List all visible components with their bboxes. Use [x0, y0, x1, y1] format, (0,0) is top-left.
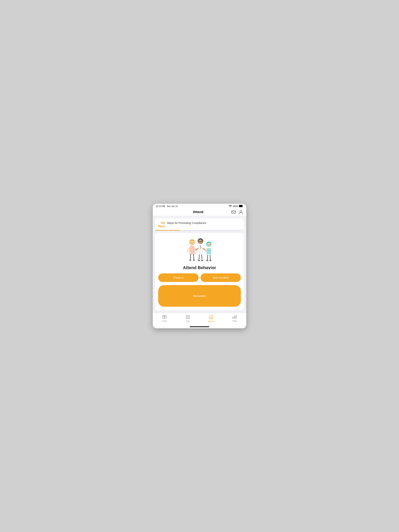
device-frame: 10:12 PM Sun Jun 14 100%: [153, 204, 246, 328]
svg-point-24: [200, 241, 200, 241]
up-next-content: Up Next Steps for Promoting Compliance: [158, 221, 241, 230]
learn-icon: [162, 315, 167, 320]
tab-track[interactable]: Track: [223, 314, 246, 323]
svg-point-12: [193, 251, 194, 252]
tab-bar: Learn Plan Attend: [153, 313, 246, 325]
svg-point-7: [193, 242, 193, 243]
reminders-button[interactable]: Reminders: [158, 285, 241, 307]
status-icons: 100%: [229, 205, 243, 208]
svg-point-9: [192, 247, 193, 248]
svg-rect-59: [188, 317, 190, 319]
tab-plan[interactable]: Plan: [176, 314, 200, 323]
nav-bar: Attend: [153, 208, 246, 216]
svg-line-32: [203, 248, 206, 250]
nav-icons: [231, 209, 243, 215]
svg-line-17: [187, 248, 189, 251]
up-next-title: Steps for Promoting Compliance: [167, 221, 241, 225]
primary-buttons-row: Check In New Incident: [158, 273, 241, 282]
svg-rect-1: [239, 205, 242, 207]
tab-track-label: Track: [232, 320, 237, 322]
attend-behavior-title: Attend Behavior: [183, 265, 216, 270]
check-in-button[interactable]: Check In: [158, 273, 199, 282]
svg-point-11: [191, 250, 192, 251]
svg-point-16: [193, 260, 195, 261]
mail-button[interactable]: [231, 210, 236, 214]
status-bar: 10:12 PM Sun Jun 14 100%: [153, 204, 246, 208]
wifi-icon: [229, 205, 232, 208]
svg-point-6: [191, 242, 192, 243]
up-next-progress-fill: [155, 230, 180, 231]
svg-point-10: [193, 249, 194, 250]
tab-plan-label: Plan: [186, 320, 190, 323]
svg-line-13: [190, 254, 191, 260]
nav-title: Attend: [165, 210, 231, 214]
up-next-progress-bar: [155, 230, 244, 231]
svg-point-45: [206, 260, 208, 261]
svg-point-5: [190, 241, 194, 245]
svg-line-28: [199, 255, 199, 260]
family-illustration: [184, 237, 215, 262]
status-time-date: 10:12 PM Sun Jun 14: [156, 205, 178, 207]
attend-section: Attend Behavior Check In New Incident Re…: [155, 233, 244, 310]
status-date: Sun Jun 14: [167, 205, 178, 207]
svg-point-15: [189, 260, 191, 261]
svg-point-3: [240, 210, 242, 212]
up-text: Up: [161, 221, 165, 225]
svg-point-35: [207, 243, 211, 247]
attend-home-icon: [209, 315, 213, 320]
up-next-label: Up Next: [158, 221, 165, 228]
new-incident-button[interactable]: New Incident: [200, 273, 241, 282]
profile-button[interactable]: [238, 209, 243, 215]
svg-point-25: [201, 241, 201, 241]
svg-rect-48: [162, 315, 164, 318]
svg-rect-56: [186, 315, 187, 317]
svg-point-30: [198, 260, 200, 261]
up-next-card: Up Next Steps for Promoting Compliance: [155, 218, 244, 231]
home-indicator: [190, 326, 209, 327]
svg-line-29: [202, 255, 202, 260]
svg-line-44: [210, 255, 210, 260]
tab-learn-label: Learn: [162, 320, 167, 322]
svg-rect-61: [234, 316, 235, 319]
svg-rect-57: [188, 315, 190, 317]
svg-point-37: [209, 244, 210, 245]
plan-icon: [186, 315, 190, 320]
svg-point-46: [209, 260, 211, 261]
status-time: 10:12 PM: [156, 205, 165, 207]
svg-point-8: [191, 248, 192, 249]
tab-learn[interactable]: Learn: [153, 314, 176, 323]
next-text: Next: [158, 225, 165, 228]
tab-attend-label: Attend: [208, 320, 214, 323]
battery-percent: 100%: [233, 205, 238, 207]
svg-rect-58: [186, 317, 187, 319]
svg-line-14: [193, 254, 194, 260]
main-content: Up Next Steps for Promoting Compliance: [153, 216, 246, 313]
svg-rect-60: [233, 317, 233, 319]
tab-attend[interactable]: Attend: [200, 314, 223, 323]
svg-point-36: [208, 244, 208, 245]
svg-rect-2: [232, 211, 236, 213]
svg-rect-62: [236, 315, 237, 319]
track-icon: [232, 315, 237, 320]
svg-point-31: [201, 260, 203, 261]
svg-line-43: [207, 255, 208, 260]
home-indicator-area: [153, 325, 246, 328]
svg-rect-49: [165, 315, 166, 318]
battery-icon: [239, 205, 243, 208]
